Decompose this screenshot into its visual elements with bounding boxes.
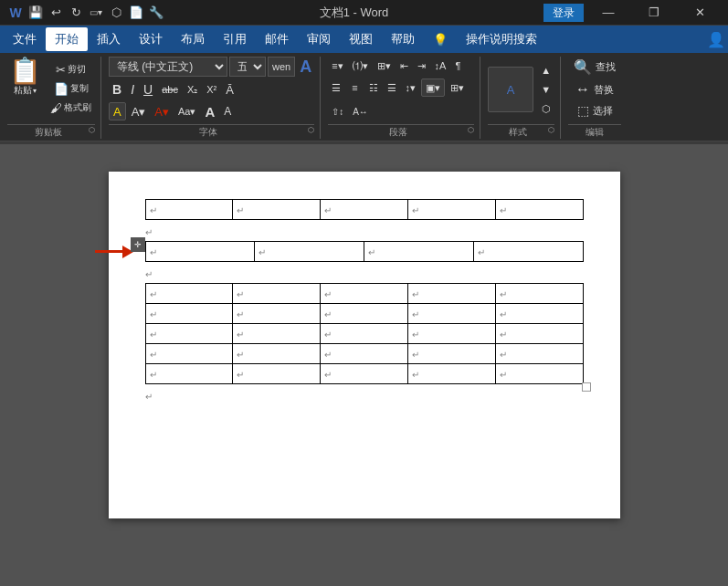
font-shading-button[interactable]: A▾ xyxy=(128,102,150,120)
table-cell[interactable]: ↵ xyxy=(407,344,495,364)
styles-expand-icon[interactable]: ⬡ xyxy=(548,126,554,134)
table-cell[interactable]: ↵ xyxy=(321,284,408,304)
bullets-button[interactable]: ≡▾ xyxy=(328,57,346,75)
undo-icon[interactable]: ↩ xyxy=(47,5,64,21)
quick-access-doc[interactable]: 📄 xyxy=(128,5,144,21)
table-cell[interactable]: ↵ xyxy=(145,304,233,324)
menu-help[interactable]: 帮助 xyxy=(382,27,424,51)
table-cell[interactable]: ↵ xyxy=(407,304,495,324)
save-icon[interactable]: 💾 xyxy=(27,5,44,21)
table-cell[interactable]: ↵ xyxy=(407,364,495,384)
menu-references[interactable]: 引用 xyxy=(214,27,256,51)
table-cell[interactable]: ↵ xyxy=(321,364,408,384)
shrink-font-button[interactable]: A xyxy=(220,102,235,120)
sort-button[interactable]: ↕A xyxy=(431,57,450,75)
paste-button[interactable]: 📋 粘贴▾ xyxy=(7,57,43,99)
font-color-button[interactable]: A▾ xyxy=(151,102,173,120)
table-cell[interactable]: ↵ xyxy=(407,324,495,344)
table-cell[interactable]: ↵ xyxy=(145,200,233,220)
table-cell[interactable]: ↵ xyxy=(495,364,583,384)
table-cell[interactable]: ↵ xyxy=(233,344,321,364)
table-cell[interactable]: ↵ xyxy=(321,200,408,220)
copy-button[interactable]: 📄复制 xyxy=(47,79,95,98)
customize-icon[interactable]: ▭▾ xyxy=(88,5,104,21)
font-expand-icon[interactable]: ⬡ xyxy=(308,126,314,134)
table-cell[interactable]: ↵ xyxy=(495,344,583,364)
more-icon[interactable]: 🔧 xyxy=(148,5,164,21)
login-button[interactable]: 登录 xyxy=(543,4,584,22)
shading-button[interactable]: ▣▾ xyxy=(421,78,445,97)
user-icon[interactable]: 👤 xyxy=(708,31,724,47)
table-cell[interactable]: ↵ xyxy=(321,324,408,344)
table-cell[interactable]: ↵ xyxy=(321,344,408,364)
table-resize-handle[interactable] xyxy=(582,382,591,392)
superscript-button[interactable]: X² xyxy=(203,80,220,99)
char-spacing-button[interactable]: A↔ xyxy=(349,102,372,120)
underline-button[interactable]: U xyxy=(140,80,156,99)
menu-lightbulb[interactable]: 💡 xyxy=(424,29,457,50)
font-size-select[interactable]: 五号 xyxy=(229,57,266,77)
outdent-button[interactable]: ⇤ xyxy=(396,57,412,75)
menu-view[interactable]: 视图 xyxy=(340,27,382,51)
bold-button[interactable]: B xyxy=(109,80,125,99)
find-button[interactable]: 🔍查找 xyxy=(568,57,621,78)
align-right-button[interactable]: ☷ xyxy=(365,78,382,97)
subscript-button[interactable]: X₂ xyxy=(184,80,201,99)
select-button[interactable]: ⬚选择 xyxy=(572,101,618,120)
indent-button[interactable]: ⇥ xyxy=(414,57,429,75)
table-cell[interactable]: ↵ xyxy=(495,304,583,324)
table-cell[interactable]: ↵ xyxy=(145,284,233,304)
minimize-button[interactable]: — xyxy=(587,0,629,26)
menu-home[interactable]: 开始 xyxy=(46,27,88,51)
menu-insert[interactable]: 插入 xyxy=(88,27,130,51)
wen-button[interactable]: wen xyxy=(268,57,295,77)
menu-mail[interactable]: 邮件 xyxy=(256,27,298,51)
grow-font-button[interactable]: A xyxy=(201,102,218,120)
menu-design[interactable]: 设计 xyxy=(130,27,172,51)
table-cell[interactable]: ↵ xyxy=(407,200,495,220)
table-cell[interactable]: ↵ xyxy=(495,284,583,304)
table-cell[interactable]: ↵ xyxy=(495,324,583,344)
text-direction-button[interactable]: ⇧↕ xyxy=(328,102,347,120)
paragraph-expand-icon[interactable]: ⬡ xyxy=(468,126,474,134)
table-cell[interactable]: ↵ xyxy=(145,324,233,344)
replace-button[interactable]: ↔替换 xyxy=(570,79,619,99)
table-cell[interactable]: ↵ xyxy=(233,200,321,220)
table-cell[interactable]: ↵ xyxy=(145,344,233,364)
menu-layout[interactable]: 布局 xyxy=(172,27,214,51)
table-cell[interactable]: ↵ xyxy=(145,364,233,384)
table-cell[interactable]: ↵ xyxy=(407,284,495,304)
menu-review[interactable]: 审阅 xyxy=(298,27,340,51)
styles-gallery-button[interactable]: A xyxy=(488,67,533,112)
close-button[interactable]: ✕ xyxy=(679,0,721,26)
font-family-select[interactable]: 等线 (中文正文) xyxy=(109,57,227,77)
table-cell[interactable]: ↵ xyxy=(495,200,583,220)
italic-button[interactable]: I xyxy=(127,80,138,99)
line-spacing-button[interactable]: ↕▾ xyxy=(402,78,420,97)
table-cell[interactable]: ↵ xyxy=(145,242,255,262)
quick-access-shapes[interactable]: ⬡ xyxy=(108,5,124,21)
show-marks-button[interactable]: ¶ xyxy=(451,57,464,75)
table-cell[interactable]: ↵ xyxy=(233,284,321,304)
table-cell[interactable]: ↵ xyxy=(233,364,321,384)
table-cell[interactable]: ↵ xyxy=(233,304,321,324)
format-painter-button[interactable]: 🖌格式刷 xyxy=(47,99,95,117)
justify-button[interactable]: ☰ xyxy=(384,78,400,97)
align-left-button[interactable]: ☰ xyxy=(328,78,344,97)
table-cell[interactable]: ↵ xyxy=(473,242,583,262)
cut-button[interactable]: ✂剪切 xyxy=(47,60,95,78)
menu-file[interactable]: 文件 xyxy=(4,27,46,51)
align-center-button[interactable]: ≡ xyxy=(346,78,363,97)
menu-search[interactable]: 操作说明搜索 xyxy=(457,27,546,51)
styles-down-button[interactable]: ▼ xyxy=(537,80,554,99)
clear-format-button[interactable]: Ā xyxy=(222,80,237,99)
strikethrough-button[interactable]: abc xyxy=(158,80,182,99)
maximize-button[interactable]: ❐ xyxy=(633,0,675,26)
redo-icon[interactable]: ↻ xyxy=(68,5,84,21)
borders-button[interactable]: ⊞▾ xyxy=(447,78,468,97)
numbering-button[interactable]: ⑴▾ xyxy=(349,57,372,75)
aa-button[interactable]: Aa▾ xyxy=(174,102,199,120)
styles-up-button[interactable]: ▲ xyxy=(537,61,554,79)
font-color-A[interactable]: A xyxy=(297,58,314,77)
table-move-handle[interactable]: ✛ xyxy=(131,237,145,252)
